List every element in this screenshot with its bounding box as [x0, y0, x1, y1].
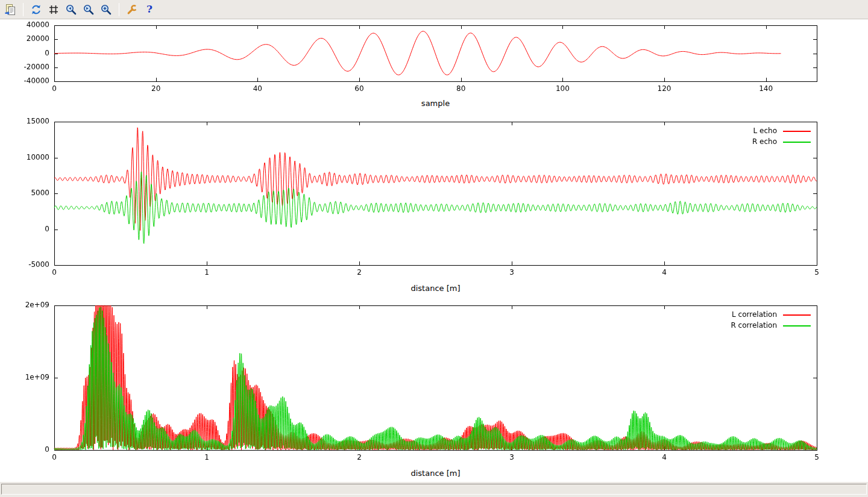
zoom-previous-icon: [65, 4, 77, 16]
correlation-chart: L correlation R correlation distance [m]: [0, 301, 868, 482]
plot-area: sample L echo R echo distance [m] L corr…: [0, 19, 868, 482]
autoscale-icon: [100, 4, 112, 16]
toolbar: ?: [0, 0, 868, 19]
echo-chart-canvas[interactable]: [0, 117, 868, 281]
help-icon: ?: [146, 4, 153, 14]
toolbar-separator: [23, 3, 24, 16]
correlation-chart-xlabel: distance [m]: [54, 469, 817, 478]
legend-label-l-correlation: L correlation: [732, 311, 777, 319]
replot-button[interactable]: [28, 2, 44, 17]
legend-line-r-correlation: [783, 325, 811, 327]
legend-line-r-echo: [783, 142, 811, 143]
configure-button[interactable]: [124, 2, 140, 17]
legend-entry: L echo: [753, 127, 811, 135]
zoom-next-icon: [83, 4, 95, 16]
zoom-previous-button[interactable]: [63, 2, 79, 17]
legend-line-l-echo: [783, 131, 811, 132]
pulse-chart-xlabel: sample: [54, 99, 817, 108]
legend-entry: R echo: [752, 138, 811, 146]
legend-label-r-echo: R echo: [752, 138, 777, 146]
grid-icon: [48, 4, 60, 16]
autoscale-button[interactable]: [98, 2, 114, 17]
pulse-chart: sample: [0, 22, 868, 117]
echo-chart-xlabel: distance [m]: [54, 284, 817, 293]
legend-label-l-echo: L echo: [753, 127, 777, 135]
replot-icon: [30, 4, 42, 16]
toolbar-separator: [119, 3, 119, 16]
correlation-legend: L correlation R correlation: [731, 311, 811, 330]
copy-to-clipboard-icon: [4, 4, 16, 16]
legend-entry: R correlation: [731, 322, 811, 330]
zoom-next-button[interactable]: [81, 2, 96, 17]
pulse-chart-canvas[interactable]: [0, 22, 868, 97]
toggle-grid-button[interactable]: [46, 2, 61, 17]
legend-line-l-correlation: [783, 314, 811, 316]
help-button[interactable]: ?: [142, 2, 157, 17]
legend-entry: L correlation: [732, 311, 811, 319]
status-bar: [0, 482, 868, 497]
wrench-icon: [126, 4, 138, 16]
legend-label-r-correlation: R correlation: [731, 322, 777, 330]
copy-to-clipboard-button[interactable]: [2, 2, 18, 17]
status-text: [1, 484, 867, 495]
echo-chart: L echo R echo distance [m]: [0, 117, 868, 298]
echo-legend: L echo R echo: [752, 127, 811, 146]
